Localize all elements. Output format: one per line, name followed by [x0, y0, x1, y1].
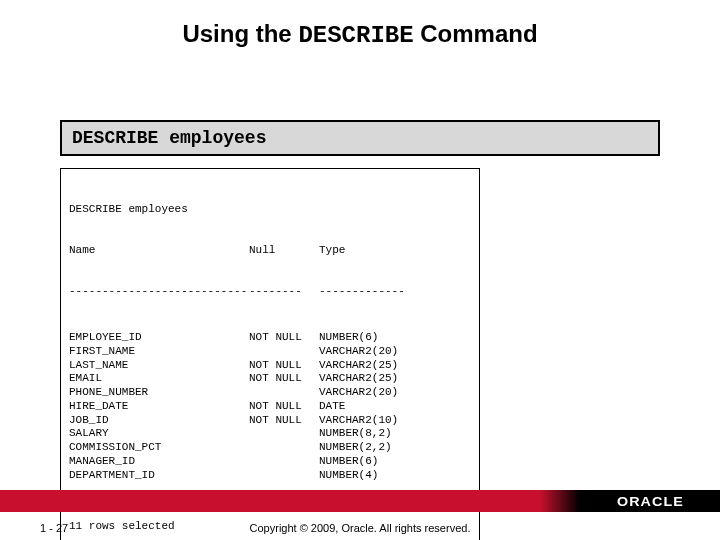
col-header-type: Type	[319, 244, 345, 258]
cell-null: NOT NULL	[249, 372, 319, 386]
table-row: LAST_NAMENOT NULLVARCHAR2(25)	[69, 359, 471, 373]
cell-type: DATE	[319, 400, 345, 414]
footer-bar: ORACLE	[0, 490, 720, 512]
cell-name: FIRST_NAME	[69, 345, 249, 359]
cell-type: VARCHAR2(10)	[319, 414, 398, 428]
table-row: FIRST_NAMEVARCHAR2(20)	[69, 345, 471, 359]
cell-name: PHONE_NUMBER	[69, 386, 249, 400]
table-row: COMMISSION_PCTNUMBER(2,2)	[69, 441, 471, 455]
cell-name: JOB_ID	[69, 414, 249, 428]
cell-null: NOT NULL	[249, 414, 319, 428]
copyright-text: Copyright © 2009, Oracle. All rights res…	[0, 522, 720, 534]
table-row: JOB_IDNOT NULLVARCHAR2(10)	[69, 414, 471, 428]
cell-null: NOT NULL	[249, 400, 319, 414]
cell-type: NUMBER(8,2)	[319, 427, 392, 441]
table-row: HIRE_DATENOT NULLDATE	[69, 400, 471, 414]
cell-null: NOT NULL	[249, 359, 319, 373]
cell-null: NOT NULL	[249, 331, 319, 345]
table-row: EMAILNOT NULLVARCHAR2(25)	[69, 372, 471, 386]
title-prefix: Using the	[182, 20, 298, 47]
cell-name: EMAIL	[69, 372, 249, 386]
oracle-logo: ORACLE	[617, 494, 684, 509]
cell-type: NUMBER(4)	[319, 469, 378, 483]
command-box: DESCRIBE employees	[60, 120, 660, 156]
cell-name: EMPLOYEE_ID	[69, 331, 249, 345]
cell-type: VARCHAR2(20)	[319, 345, 398, 359]
table-row: EMPLOYEE_IDNOT NULLNUMBER(6)	[69, 331, 471, 345]
cell-name: SALARY	[69, 427, 249, 441]
slide: Using the DESCRIBE Command DESCRIBE empl…	[0, 0, 720, 540]
title-command: DESCRIBE	[298, 22, 413, 49]
table-row: DEPARTMENT_IDNUMBER(4)	[69, 469, 471, 483]
cell-name: DEPARTMENT_ID	[69, 469, 249, 483]
col-header-name: Name	[69, 244, 249, 258]
table-row: MANAGER_IDNUMBER(6)	[69, 455, 471, 469]
output-header-row: NameNullType	[69, 244, 471, 258]
cell-name: MANAGER_ID	[69, 455, 249, 469]
output-box: DESCRIBE employees NameNullType --------…	[60, 168, 480, 540]
col-header-null: Null	[249, 244, 319, 258]
footer-fade-segment	[540, 490, 580, 512]
cell-type: NUMBER(6)	[319, 455, 378, 469]
cell-type: VARCHAR2(20)	[319, 386, 398, 400]
cell-name: COMMISSION_PCT	[69, 441, 249, 455]
title-suffix: Command	[414, 20, 538, 47]
output-rows: EMPLOYEE_IDNOT NULLNUMBER(6)FIRST_NAMEVA…	[69, 331, 471, 482]
command-text: DESCRIBE employees	[72, 128, 266, 148]
table-row: PHONE_NUMBERVARCHAR2(20)	[69, 386, 471, 400]
cell-name: LAST_NAME	[69, 359, 249, 373]
cell-type: VARCHAR2(25)	[319, 372, 398, 386]
footer-red-segment	[0, 490, 540, 512]
cell-name: HIRE_DATE	[69, 400, 249, 414]
table-row: SALARYNUMBER(8,2)	[69, 427, 471, 441]
cell-type: VARCHAR2(25)	[319, 359, 398, 373]
slide-title: Using the DESCRIBE Command	[0, 20, 720, 49]
output-echo: DESCRIBE employees	[69, 203, 471, 217]
output-dash-row: ----------------------------------------…	[69, 285, 471, 304]
footer-black-segment: ORACLE	[580, 490, 720, 512]
cell-type: NUMBER(2,2)	[319, 441, 392, 455]
cell-type: NUMBER(6)	[319, 331, 378, 345]
